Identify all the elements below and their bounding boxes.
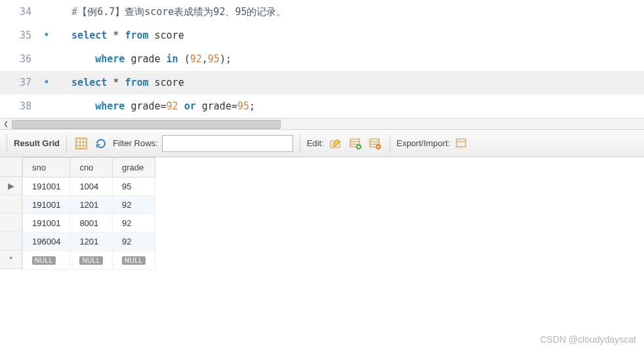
breakpoint-marker[interactable]: • (39, 71, 54, 94)
editor-horizontal-scrollbar[interactable]: ❮ (0, 118, 644, 130)
gutter-header (0, 157, 22, 177)
svg-rect-17 (456, 139, 466, 147)
code-line[interactable]: 38 where grade=92 or grade=95; (0, 94, 644, 118)
code-line[interactable]: 34 #【例6.7】查询score表成绩为92、95的记录。 (0, 0, 644, 24)
scroll-track[interactable] (12, 119, 644, 129)
grid-icon[interactable] (73, 136, 89, 151)
svg-rect-0 (76, 138, 87, 149)
breakpoint-marker[interactable]: • (39, 24, 54, 47)
row-indicator[interactable] (0, 232, 22, 250)
table-cell[interactable]: 1201 (70, 196, 113, 214)
separator (390, 134, 390, 153)
refresh-icon[interactable] (93, 136, 109, 151)
table-cell[interactable]: 92 (112, 214, 155, 233)
line-number: 38 (0, 94, 39, 118)
column-header[interactable]: cno (70, 158, 113, 178)
table-cell[interactable]: 196004 (23, 233, 70, 251)
table-row[interactable]: 191001120192 (23, 196, 155, 214)
column-header[interactable]: sno (23, 158, 70, 178)
code-content[interactable]: where grade in (92,95); (54, 47, 231, 71)
code-line[interactable]: 37• select * from score (0, 71, 644, 94)
table-cell[interactable]: 191001 (23, 214, 70, 233)
code-content[interactable]: #【例6.7】查询score表成绩为92、95的记录。 (54, 0, 287, 24)
result-toolbar: Result Grid Filter Rows: Edit: Export/Im… (0, 130, 644, 157)
separator (7, 134, 7, 153)
table-cell-null[interactable]: NULL (23, 251, 70, 269)
code-content[interactable]: where grade=92 or grade=95; (54, 94, 255, 118)
line-number: 36 (0, 47, 39, 71)
watermark: CSDN @cloudydayscat (540, 334, 637, 345)
insert-row-icon[interactable] (348, 136, 363, 151)
result-table[interactable]: snocnograde 1910011004951910011201921910… (22, 157, 155, 269)
sql-editor[interactable]: 34 #【例6.7】查询score表成绩为92、95的记录。35• select… (0, 0, 644, 118)
separator (300, 134, 300, 153)
separator (66, 134, 67, 153)
code-line[interactable]: 36 where grade in (92,95); (0, 47, 644, 71)
scroll-thumb[interactable] (12, 120, 281, 129)
table-cell[interactable]: 8001 (70, 214, 113, 233)
table-cell-null[interactable]: NULL (112, 251, 155, 269)
line-number: 34 (0, 0, 39, 24)
table-row-new[interactable]: NULLNULLNULL (23, 251, 155, 269)
grid-row-gutter: ▶* (0, 157, 22, 269)
filter-rows-label: Filter Rows: (113, 138, 158, 148)
delete-row-icon[interactable] (367, 136, 383, 151)
table-cell[interactable]: 95 (112, 178, 155, 196)
row-indicator-new[interactable]: * (0, 250, 22, 269)
table-row[interactable]: 191001100495 (23, 178, 155, 196)
line-number: 37 (0, 71, 39, 94)
code-line[interactable]: 35• select * from score (0, 24, 644, 47)
code-content[interactable]: select * from score (54, 24, 184, 47)
row-indicator[interactable] (0, 195, 22, 214)
export-icon[interactable] (454, 136, 470, 151)
row-indicator[interactable]: ▶ (0, 177, 22, 195)
filter-rows-input[interactable] (162, 135, 293, 152)
column-header[interactable]: grade (112, 158, 155, 178)
row-indicator[interactable] (0, 214, 22, 232)
table-cell-null[interactable]: NULL (70, 251, 113, 269)
line-number: 35 (0, 24, 39, 47)
table-row[interactable]: 191001800192 (23, 214, 155, 233)
table-cell[interactable]: 1201 (70, 233, 113, 251)
table-cell[interactable]: 1004 (70, 178, 113, 196)
table-cell[interactable]: 191001 (23, 178, 70, 196)
result-grid-label: Result Grid (14, 138, 60, 148)
edit-label: Edit: (307, 138, 324, 148)
table-cell[interactable]: 92 (112, 196, 155, 214)
table-cell[interactable]: 92 (112, 233, 155, 251)
code-content[interactable]: select * from score (54, 71, 184, 94)
export-import-label: Export/Import: (397, 138, 451, 148)
result-grid[interactable]: ▶* snocnograde 1910011004951910011201921… (0, 157, 644, 269)
table-row[interactable]: 196004120192 (23, 233, 155, 251)
edit-row-icon[interactable] (328, 136, 344, 151)
table-cell[interactable]: 191001 (23, 196, 70, 214)
scroll-left-arrow[interactable]: ❮ (0, 119, 12, 129)
